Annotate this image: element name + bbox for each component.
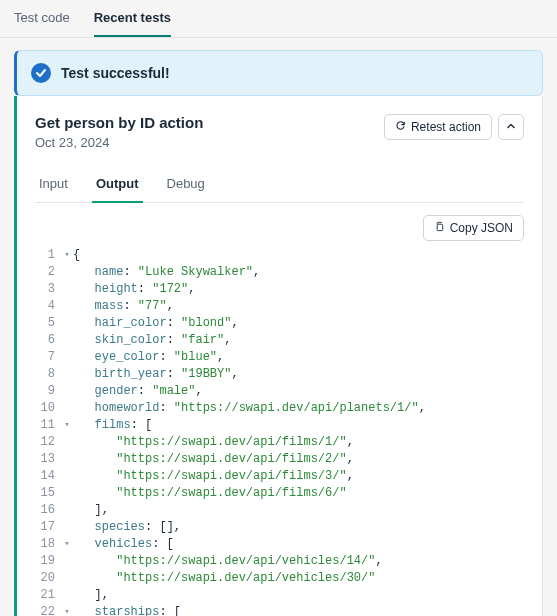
chevron-up-icon [506, 120, 516, 134]
line-number: 16 [35, 502, 61, 519]
card-header: Get person by ID action Oct 23, 2024 Ret… [35, 114, 524, 150]
fold-toggle-icon [61, 553, 73, 570]
code-line: 20 "https://swapi.dev/api/vehicles/30/" [35, 570, 524, 587]
copy-label: Copy JSON [450, 221, 513, 235]
code-content: "https://swapi.dev/api/films/6/" [73, 485, 524, 502]
code-content: "https://swapi.dev/api/vehicles/30/" [73, 570, 524, 587]
code-content: skin_color: "fair", [73, 332, 524, 349]
line-number: 11 [35, 417, 61, 434]
line-number: 18 [35, 536, 61, 553]
fold-toggle-icon [61, 315, 73, 332]
tab-recent-tests[interactable]: Recent tests [94, 0, 171, 37]
fold-toggle-icon [61, 587, 73, 604]
code-content: ], [73, 587, 524, 604]
fold-toggle-icon [61, 349, 73, 366]
code-line: 18▾ vehicles: [ [35, 536, 524, 553]
success-text: Test successful! [61, 65, 170, 81]
tab-test-code[interactable]: Test code [14, 0, 70, 37]
top-tabs: Test code Recent tests [0, 0, 557, 38]
line-number: 1 [35, 247, 61, 264]
code-area: Copy JSON 1▾{2 name: "Luke Skywalker",3 … [35, 215, 524, 616]
card-actions: Retest action [384, 114, 524, 140]
fold-toggle-icon[interactable]: ▾ [61, 604, 73, 616]
line-number: 8 [35, 366, 61, 383]
test-result-card: Get person by ID action Oct 23, 2024 Ret… [14, 96, 543, 616]
refresh-icon [395, 120, 406, 134]
success-banner: Test successful! [14, 50, 543, 96]
success-check-icon [31, 63, 51, 83]
fold-toggle-icon [61, 281, 73, 298]
code-line: 1▾{ [35, 247, 524, 264]
line-number: 13 [35, 451, 61, 468]
line-number: 5 [35, 315, 61, 332]
code-content: "https://swapi.dev/api/films/2/", [73, 451, 524, 468]
line-number: 15 [35, 485, 61, 502]
svg-rect-0 [437, 224, 443, 230]
code-line: 22▾ starships: [ [35, 604, 524, 616]
code-content: ], [73, 502, 524, 519]
fold-toggle-icon [61, 502, 73, 519]
code-line: 17 species: [], [35, 519, 524, 536]
code-line: 10 homeworld: "https://swapi.dev/api/pla… [35, 400, 524, 417]
fold-toggle-icon [61, 468, 73, 485]
code-line: 2 name: "Luke Skywalker", [35, 264, 524, 281]
code-line: 3 height: "172", [35, 281, 524, 298]
line-number: 22 [35, 604, 61, 616]
line-number: 19 [35, 553, 61, 570]
fold-toggle-icon[interactable]: ▾ [61, 536, 73, 553]
code-content: height: "172", [73, 281, 524, 298]
code-content: "https://swapi.dev/api/vehicles/14/", [73, 553, 524, 570]
code-line: 5 hair_color: "blond", [35, 315, 524, 332]
fold-toggle-icon [61, 332, 73, 349]
code-line: 7 eye_color: "blue", [35, 349, 524, 366]
code-content: eye_color: "blue", [73, 349, 524, 366]
code-line: 16 ], [35, 502, 524, 519]
code-content: "https://swapi.dev/api/films/1/", [73, 434, 524, 451]
code-content: gender: "male", [73, 383, 524, 400]
code-content: hair_color: "blond", [73, 315, 524, 332]
fold-toggle-icon [61, 366, 73, 383]
code-line: 19 "https://swapi.dev/api/vehicles/14/", [35, 553, 524, 570]
code-content: homeworld: "https://swapi.dev/api/planet… [73, 400, 524, 417]
fold-toggle-icon [61, 485, 73, 502]
copy-json-button[interactable]: Copy JSON [423, 215, 524, 241]
fold-toggle-icon [61, 451, 73, 468]
line-number: 9 [35, 383, 61, 400]
line-number: 10 [35, 400, 61, 417]
code-content: films: [ [73, 417, 524, 434]
line-number: 14 [35, 468, 61, 485]
fold-toggle-icon [61, 383, 73, 400]
line-number: 3 [35, 281, 61, 298]
code-line: 12 "https://swapi.dev/api/films/1/", [35, 434, 524, 451]
code-content: starships: [ [73, 604, 524, 616]
code-line: 6 skin_color: "fair", [35, 332, 524, 349]
fold-toggle-icon[interactable]: ▾ [61, 417, 73, 434]
line-number: 17 [35, 519, 61, 536]
fold-toggle-icon [61, 570, 73, 587]
code-content: "https://swapi.dev/api/films/3/", [73, 468, 524, 485]
code-content: { [73, 247, 524, 264]
code-line: 8 birth_year: "19BBY", [35, 366, 524, 383]
retest-label: Retest action [411, 120, 481, 134]
line-number: 20 [35, 570, 61, 587]
tab-output[interactable]: Output [92, 168, 143, 203]
tab-input[interactable]: Input [35, 168, 72, 203]
code-line: 13 "https://swapi.dev/api/films/2/", [35, 451, 524, 468]
fold-toggle-icon [61, 298, 73, 315]
line-number: 12 [35, 434, 61, 451]
expand-toggle-button[interactable] [498, 114, 524, 140]
code-content: name: "Luke Skywalker", [73, 264, 524, 281]
code-line: 9 gender: "male", [35, 383, 524, 400]
fold-toggle-icon[interactable]: ▾ [61, 247, 73, 264]
code-content: birth_year: "19BBY", [73, 366, 524, 383]
retest-button[interactable]: Retest action [384, 114, 492, 140]
code-line: 14 "https://swapi.dev/api/films/3/", [35, 468, 524, 485]
card-date: Oct 23, 2024 [35, 135, 203, 150]
json-output[interactable]: 1▾{2 name: "Luke Skywalker",3 height: "1… [35, 247, 524, 616]
tab-debug[interactable]: Debug [163, 168, 209, 203]
copy-icon [434, 221, 445, 235]
line-number: 6 [35, 332, 61, 349]
inner-tabs: Input Output Debug [35, 168, 524, 203]
code-content: species: [], [73, 519, 524, 536]
code-line: 21 ], [35, 587, 524, 604]
